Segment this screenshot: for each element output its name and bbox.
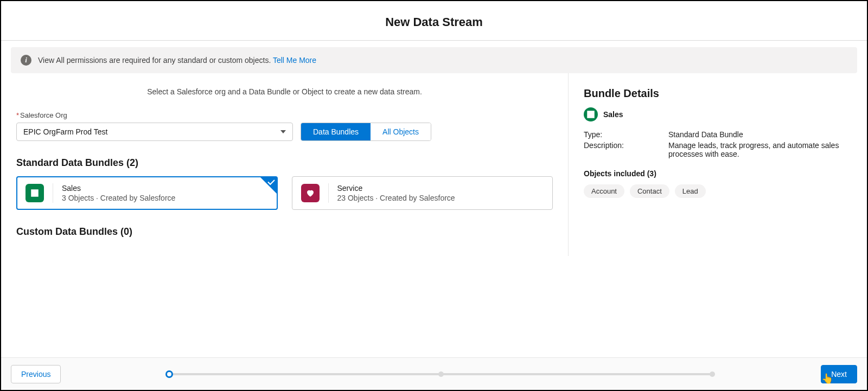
- service-icon: [301, 184, 320, 202]
- toggle-all-objects[interactable]: All Objects: [371, 123, 431, 140]
- bundle-name: Sales: [62, 184, 175, 193]
- description-value: Manage leads, track progress, and automa…: [668, 141, 852, 158]
- chevron-down-icon: [280, 130, 286, 133]
- next-button[interactable]: Next: [821, 365, 857, 383]
- toggle-data-bundles[interactable]: Data Bundles: [301, 123, 371, 140]
- page-title: New Data Stream: [1, 15, 867, 29]
- details-name: Sales: [603, 110, 623, 119]
- objects-included-heading: Objects included (3): [584, 169, 852, 178]
- selected-indicator-icon: [260, 177, 277, 194]
- info-banner: i View All permissions are required for …: [11, 47, 857, 73]
- type-value: Standard Data Bundle: [668, 130, 852, 139]
- sales-icon: [584, 107, 598, 121]
- object-chip: Contact: [630, 184, 669, 198]
- standard-bundles-heading: Standard Data Bundles (2): [16, 157, 553, 169]
- tell-me-more-link[interactable]: Tell Me More: [273, 56, 316, 65]
- bundle-subtext: 3 Objects · Created by Salesforce: [62, 194, 175, 202]
- object-chip: Lead: [675, 184, 706, 198]
- details-panel: Bundle Details Sales Type: Standard Data…: [568, 73, 867, 256]
- type-label: Type:: [584, 130, 668, 139]
- required-indicator: *: [16, 111, 19, 119]
- object-chip: Account: [584, 184, 624, 198]
- bundle-card-service[interactable]: Service 23 Objects · Created by Salesfor…: [292, 176, 553, 210]
- progress-step-3[interactable]: [710, 371, 715, 377]
- modal-header: New Data Stream: [1, 1, 867, 41]
- custom-bundles-heading: Custom Data Bundles (0): [16, 226, 553, 238]
- bundle-details-heading: Bundle Details: [584, 87, 852, 100]
- info-icon: i: [21, 55, 31, 66]
- bundle-subtext: 23 Objects · Created by Salesforce: [337, 194, 455, 202]
- sales-icon: [25, 184, 44, 202]
- wizard-footer: Previous Next: [1, 357, 867, 390]
- progress-step-2[interactable]: [438, 371, 444, 377]
- bundle-name: Service: [337, 184, 455, 193]
- bundle-card-sales[interactable]: Sales 3 Objects · Created by Salesforce: [16, 176, 278, 210]
- salesforce-org-select[interactable]: EPIC OrgFarm Prod Test: [16, 123, 293, 141]
- progress-indicator: [169, 373, 712, 376]
- view-toggle: Data Bundles All Objects: [301, 123, 431, 141]
- salesforce-org-value: EPIC OrgFarm Prod Test: [23, 127, 107, 136]
- info-text: View All permissions are required for an…: [38, 56, 271, 65]
- progress-step-1[interactable]: [165, 370, 173, 378]
- main-panel: Select a Salesforce org and a Data Bundl…: [1, 73, 568, 256]
- previous-button[interactable]: Previous: [11, 365, 61, 383]
- salesforce-org-label: *Salesforce Org: [16, 111, 293, 119]
- intro-text: Select a Salesforce org and a Data Bundl…: [16, 87, 553, 96]
- description-label: Description:: [584, 141, 668, 158]
